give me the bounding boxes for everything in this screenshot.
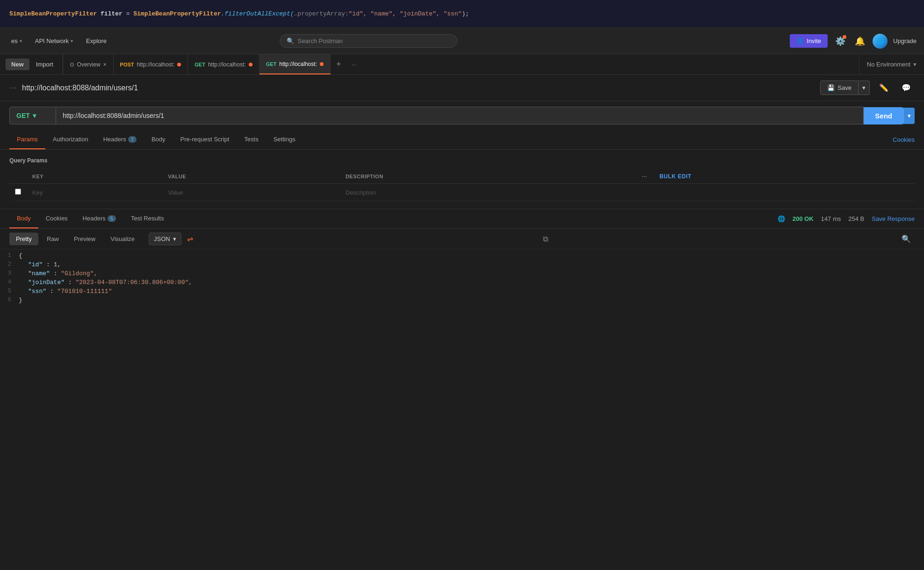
format-preview-tab[interactable]: Preview: [67, 233, 102, 245]
tab-settings[interactable]: Settings: [266, 130, 303, 149]
status-badge: 200 OK: [793, 215, 814, 222]
explore-nav-item[interactable]: Explore: [82, 36, 110, 46]
tab-add-button[interactable]: +: [331, 54, 347, 74]
nav-right-group: 👤 Invite ⚙️ 🔔 🌐 Upgrade: [790, 34, 917, 49]
import-button[interactable]: Import: [30, 58, 59, 70]
authorization-tab-label: Authorization: [53, 136, 88, 143]
search-response-button[interactable]: 🔍: [898, 233, 915, 245]
add-tab-icon: +: [336, 59, 341, 69]
invite-label: Invite: [807, 37, 821, 44]
send-dropdown-button[interactable]: ▾: [903, 108, 915, 124]
format-type-selector[interactable]: JSON ▾: [149, 233, 181, 245]
bulk-edit-link[interactable]: Bulk Edit: [659, 173, 692, 180]
tab-post-method: POST: [120, 62, 134, 67]
new-button[interactable]: New: [6, 58, 29, 70]
tab-get-2[interactable]: GET http://localhost:: [260, 54, 331, 74]
json-response-area: 1 { 2 "id" : 1, 3 "name" : "Gildong",: [0, 249, 924, 307]
code-method: .filterOutAllExcept(: [221, 10, 294, 17]
json-joindate-key: "joinDate": [28, 279, 65, 286]
upgrade-button[interactable]: Upgrade: [893, 37, 917, 44]
param-value-cell[interactable]: Value: [162, 184, 340, 201]
preview-label: Preview: [74, 235, 95, 242]
tab-headers[interactable]: Headers 7: [96, 130, 144, 149]
response-body-tab[interactable]: Body: [9, 209, 38, 228]
notifications-button[interactable]: 🔔: [853, 34, 867, 48]
tab-post[interactable]: POST http://localhost:: [114, 54, 188, 74]
tab-get-1[interactable]: GET http://localhost:: [188, 54, 259, 74]
code-keyword: filter: [101, 10, 123, 17]
tests-tab-label: Tests: [244, 136, 258, 143]
save-response-button[interactable]: Save Response: [872, 215, 915, 222]
param-desc-cell[interactable]: Description: [340, 184, 635, 201]
explore-label: Explore: [86, 37, 107, 44]
response-headers-tab[interactable]: Headers 5: [75, 209, 123, 228]
params-table: KEY VALUE DESCRIPTION ··· Bulk Edit Key: [9, 169, 915, 201]
overview-icon: ⊙: [70, 61, 74, 68]
code-class-1: SimpleBeanPropertyFilter: [9, 10, 97, 17]
tab-get1-url: http://localhost:: [208, 61, 246, 68]
method-selector[interactable]: GET ▾: [9, 107, 56, 124]
json-line-5: 5 "ssn" : "701010-111111": [0, 287, 924, 296]
cookies-link[interactable]: Cookies: [893, 136, 915, 143]
home-nav-item[interactable]: es ▾: [7, 36, 26, 46]
save-dropdown-button[interactable]: ▾: [859, 80, 870, 95]
search-placeholder: Search Postman: [298, 37, 343, 44]
param-checkbox[interactable]: [15, 189, 21, 195]
json-name-key: "name": [28, 270, 50, 277]
row-checkbox[interactable]: [9, 184, 27, 201]
request-url-title: http://localhost:8088/admin/users/1: [22, 84, 815, 92]
copy-response-button[interactable]: ⧉: [539, 233, 552, 245]
api-network-nav-item[interactable]: API Network ▾: [31, 36, 77, 46]
json-line-3: 3 "name" : "Gildong",: [0, 269, 924, 278]
param-key-cell[interactable]: Key: [27, 184, 162, 201]
visualize-label: Visualize: [110, 235, 135, 242]
tab-overview[interactable]: ⊙ Overview ×: [63, 54, 114, 74]
edit-button[interactable]: ✏️: [875, 81, 892, 94]
format-pretty-tab[interactable]: Pretty: [9, 233, 38, 245]
json-ssn-key: "ssn": [28, 288, 46, 295]
send-button[interactable]: Send: [864, 107, 903, 124]
line-num-1: 1: [0, 252, 19, 259]
comment-button[interactable]: 💬: [898, 81, 915, 94]
globe-icon[interactable]: 🌐: [778, 215, 785, 222]
request-title-bar: ··· http://localhost:8088/admin/users/1 …: [0, 75, 924, 101]
params-bulk-edit[interactable]: Bulk Edit: [654, 169, 915, 184]
avatar[interactable]: 🌐: [873, 34, 888, 49]
line-num-4: 4: [0, 279, 19, 285]
request-tabs: Params Authorization Headers 7 Body Pre-…: [0, 130, 924, 150]
json-line-6: 6 }: [0, 296, 924, 305]
settings-tab-label: Settings: [274, 136, 296, 143]
tab-params[interactable]: Params: [9, 130, 45, 149]
response-cookies-tab[interactable]: Cookies: [38, 209, 75, 228]
format-visualize-tab[interactable]: Visualize: [104, 233, 141, 245]
wrap-lines-icon[interactable]: ⇌: [187, 234, 193, 243]
environment-selector[interactable]: No Environment ▾: [859, 54, 924, 74]
response-size: 254 B: [848, 215, 864, 222]
invite-button[interactable]: 👤 Invite: [790, 34, 828, 48]
response-meta: 🌐 200 OK 147 ms 254 B Save Response: [778, 215, 915, 222]
save-icon: 💾: [827, 84, 835, 91]
json-ssn-value: "701010-111111": [57, 288, 112, 295]
code-class-2: SimpleBeanPropertyFilter: [133, 10, 221, 17]
overview-close[interactable]: ×: [103, 61, 107, 68]
params-key-header: KEY: [27, 169, 162, 184]
save-label: Save: [837, 84, 852, 91]
api-network-arrow: ▾: [71, 38, 73, 44]
query-params-title: Query Params: [9, 157, 915, 164]
search-box[interactable]: 🔍 Search Postman: [280, 34, 457, 48]
tab-more-button[interactable]: ···: [346, 54, 361, 74]
tab-body[interactable]: Body: [144, 130, 173, 149]
settings-notif-dot: [843, 35, 846, 39]
request-menu-icon[interactable]: ···: [9, 83, 16, 93]
tab-prerequest[interactable]: Pre-request Script: [173, 130, 237, 149]
tab-authorization[interactable]: Authorization: [45, 130, 96, 149]
settings-button[interactable]: ⚙️: [833, 34, 847, 48]
tab-get2-method: GET: [266, 61, 277, 67]
url-input[interactable]: [56, 107, 864, 124]
response-test-results-tab[interactable]: Test Results: [123, 209, 172, 228]
tab-tests[interactable]: Tests: [237, 130, 266, 149]
param-more-cell: [635, 184, 654, 201]
format-raw-tab[interactable]: Raw: [40, 233, 65, 245]
save-button[interactable]: 💾 Save: [820, 80, 859, 95]
param-extra-cell: [654, 184, 915, 201]
